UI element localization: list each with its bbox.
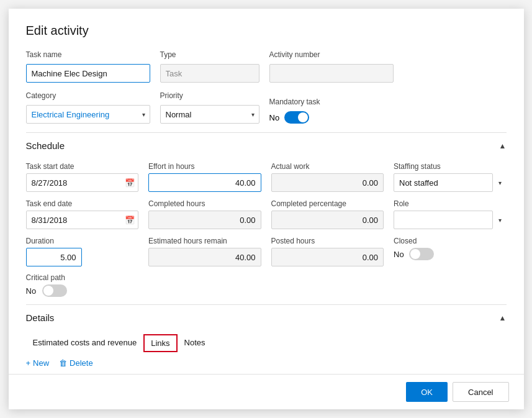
effort-hours-block: Effort in hours: [148, 162, 261, 192]
modal-title: Edit activity: [26, 24, 507, 38]
completed-hours-block: Completed hours: [148, 199, 261, 229]
activity-number-label: Activity number: [269, 50, 394, 59]
actual-work-block: Actual work: [271, 162, 384, 192]
role-select[interactable]: [394, 211, 493, 229]
priority-label: Priority: [160, 91, 259, 100]
task-end-date-label: Task end date: [26, 199, 139, 208]
closed-no-label: No: [394, 250, 404, 259]
role-label: Role: [394, 199, 507, 208]
details-section-header: Details ▲: [26, 304, 507, 329]
new-plus-icon: +: [26, 358, 31, 368]
closed-row: No: [394, 248, 507, 260]
estimated-hours-remain-block: Estimated hours remain: [148, 237, 261, 266]
critical-path-toggle[interactable]: [42, 284, 67, 297]
staffing-status-label: Staffing status: [394, 162, 507, 171]
tab-notes[interactable]: Notes: [178, 334, 212, 352]
tab-estimated-costs[interactable]: Estimated costs and revenue: [26, 334, 144, 352]
duration-input[interactable]: [26, 248, 82, 266]
modal-overlay: Edit activity Task name Type Activity nu…: [0, 0, 532, 418]
priority-group: Priority Normal ▾: [160, 91, 259, 124]
actual-work-input: [271, 173, 384, 192]
critical-path-row: Critical path No: [26, 273, 507, 297]
schedule-section-title: Schedule: [26, 140, 65, 151]
duration-label: Duration: [26, 237, 139, 245]
type-label: Type: [160, 50, 259, 59]
category-select[interactable]: Electrical Engineering: [26, 105, 150, 124]
priority-select[interactable]: Normal: [160, 105, 259, 124]
delete-icon: 🗑: [59, 358, 67, 368]
completed-percentage-block: Completed percentage: [271, 199, 384, 229]
staffing-status-block: Staffing status Not staffed ▾: [394, 162, 507, 192]
role-select-wrap[interactable]: ▾: [394, 211, 507, 229]
closed-block: Closed No: [394, 237, 507, 266]
task-name-group: Task name: [26, 50, 150, 83]
category-label: Category: [26, 91, 150, 100]
details-actions: + New 🗑 Delete: [26, 358, 507, 368]
closed-toggle-knob: [410, 249, 420, 259]
delete-button[interactable]: 🗑 Delete: [59, 358, 93, 368]
task-name-label: Task name: [26, 50, 150, 59]
posted-hours-block: Posted hours: [271, 237, 384, 266]
type-group: Type: [160, 50, 259, 83]
priority-select-wrap[interactable]: Normal ▾: [160, 105, 259, 124]
closed-toggle[interactable]: [409, 248, 434, 260]
modal-footer: OK Cancel: [9, 374, 524, 409]
mandatory-toggle-wrap: No: [269, 111, 320, 124]
mandatory-task-group: Mandatory task No: [269, 98, 320, 124]
mandatory-task-label: Mandatory task: [269, 98, 320, 106]
edit-activity-modal: Edit activity Task name Type Activity nu…: [9, 9, 524, 409]
staffing-status-select[interactable]: Not staffed: [394, 173, 493, 192]
completed-hours-label: Completed hours: [148, 199, 261, 208]
closed-label: Closed: [394, 237, 507, 245]
task-end-date-wrap[interactable]: 📅: [26, 211, 139, 229]
delete-button-label: Delete: [70, 358, 93, 368]
activity-number-input: [269, 64, 394, 83]
critical-path-toggle-row: No: [26, 284, 507, 297]
schedule-section-header: Schedule ▲: [26, 132, 507, 157]
details-tabs: Estimated costs and revenue Links Notes: [26, 334, 507, 352]
form-row-2: Category Electrical Engineering ▾ Priori…: [26, 91, 507, 124]
details-section-title: Details: [26, 312, 55, 323]
estimated-hours-remain-input: [148, 248, 261, 266]
critical-path-toggle-knob: [43, 286, 53, 296]
type-input: [160, 64, 259, 83]
tab-links[interactable]: Links: [143, 334, 177, 352]
details-collapse-icon[interactable]: ▲: [499, 314, 507, 322]
category-select-wrap[interactable]: Electrical Engineering ▾: [26, 105, 150, 124]
posted-hours-label: Posted hours: [271, 237, 384, 245]
category-group: Category Electrical Engineering ▾: [26, 91, 150, 124]
posted-hours-input: [271, 248, 384, 266]
mandatory-toggle-knob: [298, 112, 308, 122]
task-start-date-block: Task start date 📅: [26, 162, 139, 192]
staffing-status-chevron-icon: ▾: [498, 179, 502, 186]
mandatory-no-label: No: [269, 113, 280, 122]
form-row-1: Task name Type Activity number: [26, 50, 507, 83]
new-button-label: New: [33, 358, 49, 368]
staffing-status-select-wrap[interactable]: Not staffed ▾: [394, 173, 507, 192]
task-end-date-input[interactable]: [26, 211, 139, 229]
estimated-hours-remain-label: Estimated hours remain: [148, 237, 261, 245]
mandatory-toggle[interactable]: [284, 111, 309, 124]
duration-block: Duration: [26, 237, 139, 266]
bottom-spacer: [26, 368, 507, 374]
task-name-input[interactable]: [26, 64, 150, 83]
schedule-grid: Task start date 📅 Effort in hours Actual…: [26, 162, 507, 266]
critical-path-no-label: No: [26, 286, 37, 296]
task-end-date-block: Task end date 📅: [26, 199, 139, 229]
task-start-date-label: Task start date: [26, 162, 139, 171]
ok-button[interactable]: OK: [406, 382, 448, 402]
effort-hours-label: Effort in hours: [148, 162, 261, 171]
completed-hours-input: [148, 211, 261, 229]
new-button[interactable]: + New: [26, 358, 50, 368]
role-chevron-icon: ▾: [498, 217, 502, 224]
schedule-collapse-icon[interactable]: ▲: [499, 142, 507, 150]
task-start-date-input[interactable]: [26, 173, 139, 192]
actual-work-label: Actual work: [271, 162, 384, 171]
role-block: Role ▾: [394, 199, 507, 229]
cancel-button[interactable]: Cancel: [453, 382, 508, 402]
effort-hours-input[interactable]: [148, 173, 261, 192]
modal-body: Edit activity Task name Type Activity nu…: [9, 9, 524, 374]
critical-path-label: Critical path: [26, 273, 65, 282]
completed-percentage-label: Completed percentage: [271, 199, 384, 208]
task-start-date-wrap[interactable]: 📅: [26, 173, 139, 192]
